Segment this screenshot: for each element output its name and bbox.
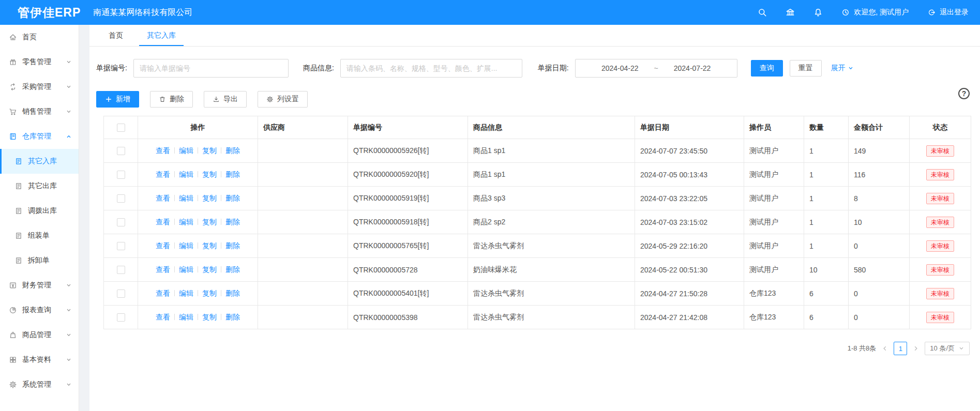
copy-link[interactable]: 复制 xyxy=(202,194,217,202)
copy-link[interactable]: 复制 xyxy=(202,265,217,273)
delete-link[interactable]: 删除 xyxy=(225,218,240,226)
view-link[interactable]: 查看 xyxy=(156,146,170,155)
sidebar-item-transfer-outbound[interactable]: 调拨出库 xyxy=(0,199,79,223)
search-button[interactable]: 查询 xyxy=(751,60,783,77)
edit-link[interactable]: 编辑 xyxy=(179,289,193,297)
supplier-cell xyxy=(258,139,348,163)
user-menu[interactable]: 欢迎您, 测试用户 xyxy=(841,8,909,17)
export-button[interactable]: 导出 xyxy=(204,91,247,108)
column-settings-button[interactable]: 列设置 xyxy=(258,91,308,108)
tab-other-inbound[interactable]: 其它入库 xyxy=(139,25,184,46)
sidebar-item-finance[interactable]: 财务管理 xyxy=(0,273,79,298)
header-actions: 欢迎您, 测试用户 退出登录 xyxy=(758,8,980,17)
sidebar-gutter xyxy=(79,25,89,411)
copy-link[interactable]: 复制 xyxy=(202,241,217,250)
search-icon[interactable] xyxy=(758,8,767,17)
row-checkbox[interactable] xyxy=(117,290,125,298)
help-button[interactable]: ? xyxy=(958,88,970,99)
bill-no-cell: QTRK00000005919[转] xyxy=(348,187,468,210)
bill-date-label: 单据日期: xyxy=(538,64,569,73)
logout-icon xyxy=(927,8,936,17)
delete-link[interactable]: 删除 xyxy=(225,313,240,321)
row-checkbox[interactable] xyxy=(117,313,125,322)
edit-link[interactable]: 编辑 xyxy=(179,146,193,155)
copy-link[interactable]: 复制 xyxy=(202,313,217,321)
sidebar-item-retail[interactable]: 零售管理 xyxy=(0,50,79,74)
chevron-up-icon xyxy=(66,133,72,140)
view-link[interactable]: 查看 xyxy=(156,313,170,321)
sidebar-item-products[interactable]: 商品管理 xyxy=(0,323,79,347)
copy-link[interactable]: 复制 xyxy=(202,289,217,297)
date-range-picker[interactable]: 2024-04-22 ~ 2024-07-22 xyxy=(575,59,737,78)
date-cell: 2024-05-22 00:51:30 xyxy=(635,258,744,282)
view-link[interactable]: 查看 xyxy=(156,289,170,297)
sidebar-item-other-outbound[interactable]: 其它出库 xyxy=(0,174,79,199)
product-cell: 奶油味爆米花 xyxy=(468,258,635,282)
pagination: 1-8 共8条 1 10 条/页 xyxy=(96,342,971,355)
delete-link[interactable]: 删除 xyxy=(225,146,240,155)
tab-home[interactable]: 首页 xyxy=(101,25,131,46)
sidebar-item-assembly[interactable]: 组装单 xyxy=(0,223,79,248)
view-link[interactable]: 查看 xyxy=(156,218,170,226)
page-size-select[interactable]: 10 条/页 xyxy=(925,342,970,355)
view-link[interactable]: 查看 xyxy=(156,170,170,178)
edit-link[interactable]: 编辑 xyxy=(179,218,193,226)
delete-link[interactable]: 删除 xyxy=(225,289,240,297)
sidebar-item-sales[interactable]: 销售管理 xyxy=(0,99,79,124)
bell-icon[interactable] xyxy=(813,8,823,17)
select-all-checkbox[interactable] xyxy=(117,124,125,132)
edit-link[interactable]: 编辑 xyxy=(179,313,193,321)
edit-link[interactable]: 编辑 xyxy=(179,265,193,273)
edit-link[interactable]: 编辑 xyxy=(179,241,193,250)
page-number-1[interactable]: 1 xyxy=(894,342,907,355)
filter-bar: 单据编号: 商品信息: 单据日期: 2024-04-22 ~ 2024-07-2… xyxy=(96,59,971,78)
view-link[interactable]: 查看 xyxy=(156,194,170,202)
delete-link[interactable]: 删除 xyxy=(225,241,240,250)
delete-link[interactable]: 删除 xyxy=(225,170,240,178)
reset-button[interactable]: 重置 xyxy=(790,60,822,77)
table-row: 查看编辑复制删除 QTRK00000005401[转] 雷达杀虫气雾剂 2024… xyxy=(104,282,971,306)
logout-button[interactable]: 退出登录 xyxy=(927,8,969,17)
delete-button[interactable]: 删除 xyxy=(150,91,193,108)
status-badge: 未审核 xyxy=(926,264,954,276)
prev-page-button[interactable] xyxy=(882,345,888,352)
row-checkbox[interactable] xyxy=(117,242,125,250)
delete-link[interactable]: 删除 xyxy=(225,194,240,202)
sidebar-item-disassembly[interactable]: 拆卸单 xyxy=(0,248,79,273)
status-badge: 未审核 xyxy=(926,288,954,299)
copy-link[interactable]: 复制 xyxy=(202,146,217,155)
sidebar-item-basic-data[interactable]: 基本资料 xyxy=(0,347,79,372)
supplier-cell xyxy=(258,187,348,210)
row-checkbox[interactable] xyxy=(117,147,125,155)
pagination-total: 1-8 共8条 xyxy=(848,344,877,353)
sidebar-item-other-inbound[interactable]: 其它入库 xyxy=(0,149,79,174)
bill-no-input[interactable] xyxy=(133,59,289,78)
date-start-value[interactable]: 2024-04-22 xyxy=(601,64,639,72)
bill-no-cell: QTRK00000005926[转] xyxy=(348,139,468,163)
row-checkbox[interactable] xyxy=(117,171,125,179)
expand-link[interactable]: 展开 xyxy=(831,64,854,73)
product-info-input[interactable] xyxy=(340,59,522,78)
row-checkbox[interactable] xyxy=(117,218,125,226)
chevron-down-icon xyxy=(66,332,72,338)
next-page-button[interactable] xyxy=(913,345,919,352)
sidebar-item-purchase[interactable]: 采购管理 xyxy=(0,74,79,99)
bank-icon[interactable] xyxy=(786,8,795,17)
edit-link[interactable]: 编辑 xyxy=(179,194,193,202)
table-row: 查看编辑复制删除 QTRK00000005920[转] 商品1 sp1 2024… xyxy=(104,163,971,187)
edit-link[interactable]: 编辑 xyxy=(179,170,193,178)
row-checkbox[interactable] xyxy=(117,194,125,203)
copy-link[interactable]: 复制 xyxy=(202,218,217,226)
copy-link[interactable]: 复制 xyxy=(202,170,217,178)
view-link[interactable]: 查看 xyxy=(156,265,170,273)
sidebar-item-warehouse[interactable]: 仓库管理 xyxy=(0,124,79,149)
row-checkbox[interactable] xyxy=(117,266,125,274)
add-button[interactable]: 新增 xyxy=(96,91,139,108)
sidebar-item-home[interactable]: 首页 xyxy=(0,25,79,50)
date-end-value[interactable]: 2024-07-22 xyxy=(674,64,711,72)
view-link[interactable]: 查看 xyxy=(156,241,170,250)
sidebar-item-system[interactable]: 系统管理 xyxy=(0,372,79,397)
sidebar-item-reports[interactable]: 报表查询 xyxy=(0,298,79,323)
bill-no-cell: QTRK00000005918[转] xyxy=(348,210,468,234)
delete-link[interactable]: 删除 xyxy=(225,265,240,273)
